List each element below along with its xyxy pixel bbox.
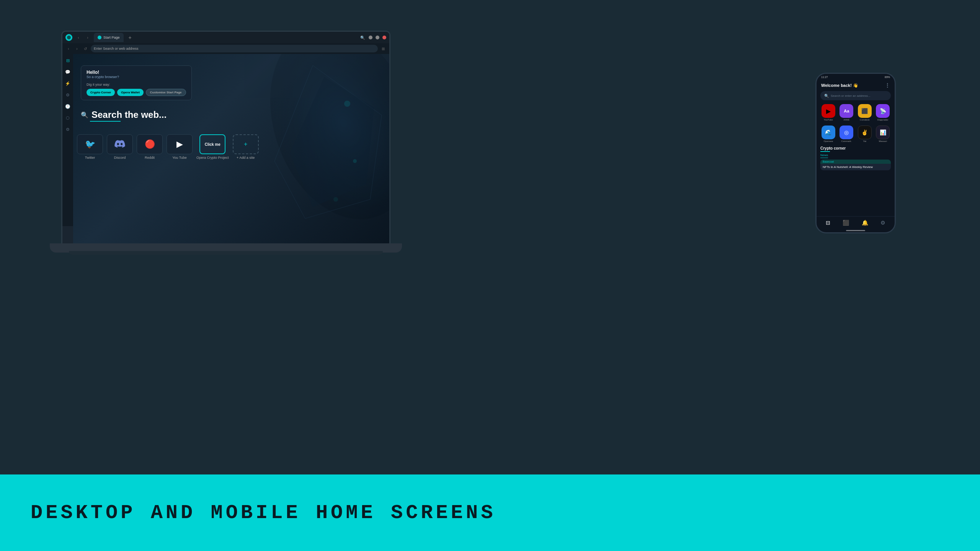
svg-point-1 — [344, 101, 350, 107]
crypto-corner-underline — [820, 151, 830, 152]
youtube-label: You Tube — [172, 156, 187, 160]
discord-label: Discord — [114, 156, 126, 160]
phone-news-card[interactable]: Basecoat NFTs In A Nutshell: A Weekly Re… — [820, 160, 891, 170]
opera-wallet-button[interactable]: Opera Wallet — [117, 89, 144, 96]
search-icon[interactable]: 🔍 — [359, 34, 366, 41]
bottom-bar: DESKTOP AND MOBILE HOME SCREENS — [0, 474, 980, 551]
phone-app-youtube[interactable]: ▶ YouTube — [820, 104, 836, 121]
dial-item-twitter[interactable]: 🐦 Twitter — [77, 134, 103, 160]
phone-app-comdesk[interactable]: ⬛ Comdesk — [857, 104, 873, 121]
address-text: Enter Search or web address — [94, 47, 139, 51]
maximize-button[interactable] — [376, 36, 379, 39]
phone-nav-tabs-icon[interactable]: ⬛ — [843, 220, 849, 226]
phone-bottom-nav: ⊟ ⬛ 🔔 ⚙ — [817, 216, 895, 229]
twitter-label: Twitter — [85, 156, 95, 160]
dial-item-opera-crypto[interactable]: Click me Opera Crypto Project — [196, 134, 229, 160]
news-tab[interactable]: News — [820, 153, 828, 158]
browser-content: Hello! So a crypto browser? Dig it your … — [73, 54, 389, 244]
dappradar-app-label: Dappradar — [877, 119, 888, 121]
bottom-bar-text: DESKTOP AND MOBILE HOME SCREENS — [31, 502, 496, 524]
phone-app-yat[interactable]: ✌ Yat — [857, 126, 873, 142]
phone-nav-bell-icon[interactable]: 🔔 — [862, 220, 868, 226]
messari-app-icon: 📊 — [876, 126, 890, 139]
back-button[interactable]: ‹ — [75, 34, 82, 41]
browser-chrome: ‹ › Start Page + 🔍 ‹ › ↺ — [62, 32, 389, 244]
dial-item-discord[interactable]: Discord — [107, 134, 133, 160]
sidebar-icons: ⊟ 💬 ⚡ ⚙ 🕐 ⬡ ⚙ — [62, 54, 73, 226]
nav-back[interactable]: ‹ — [65, 46, 72, 52]
tab-bar: ‹ › Start Page + 🔍 — [62, 32, 389, 43]
phone-app-aave[interactable]: Aa AAVE — [839, 104, 855, 121]
nav-forward[interactable]: › — [74, 46, 80, 52]
sidebar-home-icon[interactable]: ⊟ — [64, 57, 71, 64]
address-input[interactable]: Enter Search or web address — [91, 45, 378, 52]
laptop-wrapper: ‹ › Start Page + 🔍 ‹ › ↺ — [61, 31, 398, 283]
svg-point-2 — [353, 159, 357, 163]
news-card-title: NFTs In A Nutshell: A Weekly Review — [820, 164, 891, 170]
search-icon-big: 🔍 — [81, 111, 88, 119]
search-placeholder-text[interactable]: Search the web... — [91, 109, 167, 120]
comdesk-app-icon: ⬛ — [858, 104, 872, 118]
phone-nav-settings-icon[interactable]: ⚙ — [880, 220, 885, 226]
phone-time: 11:27 — [821, 76, 828, 78]
phone-apps-grid: ▶ YouTube Aa AAVE ⬛ Comdesk 📡 Dappradar — [817, 102, 895, 123]
reddit-label: Reddit — [145, 156, 155, 160]
crypto-corner-button[interactable]: Crypto Corner — [87, 89, 115, 96]
customize-button[interactable]: Customise Start Page — [146, 89, 186, 96]
address-bar: ‹ › ↺ Enter Search or web address ⊞ — [62, 43, 389, 54]
phone-app-dappradar[interactable]: 📡 Dappradar — [875, 104, 891, 121]
dial-item-reddit[interactable]: 🔴 Reddit — [137, 134, 163, 160]
phone-welcome: Welcome back! 👋 ⋮ — [817, 80, 895, 90]
sidebar-crypto-icon[interactable]: ⚡ — [64, 80, 71, 87]
add-site-button[interactable]: + + Add a site — [233, 134, 259, 160]
sidebar-gear-icon[interactable]: ⚙ — [64, 126, 71, 133]
crypto-corner-section-title: Crypto corner — [817, 145, 895, 151]
phone-battery: 89% — [885, 76, 890, 78]
hero-greeting: Hello! So a crypto browser? Dig it your … — [81, 65, 192, 100]
youtube-app-icon: ▶ — [822, 104, 835, 118]
phone-home-indicator — [846, 230, 865, 231]
forward-button[interactable]: › — [85, 34, 91, 41]
more-options-icon[interactable]: ⋮ — [885, 82, 890, 88]
add-site-icon: + — [233, 134, 259, 154]
search-area: 🔍 Search the web... — [81, 109, 382, 122]
action-buttons: Crypto Corner Opera Wallet Customise Sta… — [87, 89, 186, 96]
sidebar-messenger-icon[interactable]: 💬 — [64, 68, 71, 75]
opensea-app-label: Opensea — [824, 140, 833, 142]
comdesk-app-label: Comdesk — [860, 119, 869, 121]
phone-search[interactable]: 🔍 Search or enter an address... — [820, 91, 891, 100]
sidebar-cube-icon[interactable]: ⬡ — [64, 114, 71, 121]
sidebar-clock-icon[interactable]: 🕐 — [64, 103, 71, 110]
reload-button[interactable]: ↺ — [82, 46, 88, 52]
new-tab-button[interactable]: + — [127, 34, 134, 41]
opera-crypto-label: Opera Crypto Project — [196, 156, 229, 160]
sidebar-settings-icon[interactable]: ⚙ — [64, 91, 71, 98]
phone-app-opensea[interactable]: 🌊 Opensea — [820, 126, 836, 142]
extensions-icon[interactable]: ⊞ — [380, 46, 386, 52]
coinmark-app-icon: ◎ — [840, 126, 853, 139]
dig-label: Dig it your way: — [87, 83, 186, 86]
yat-app-icon: ✌ — [858, 126, 872, 139]
window-controls: 🔍 — [359, 34, 386, 41]
phone-nav-home-icon[interactable]: ⊟ — [826, 220, 830, 226]
active-tab[interactable]: Start Page — [94, 33, 124, 42]
dial-item-youtube[interactable]: ▶ You Tube — [167, 134, 193, 160]
dappradar-app-icon: 📡 — [876, 104, 890, 118]
close-button[interactable] — [382, 36, 386, 39]
opera-crypto-icon[interactable]: Click me — [199, 134, 225, 154]
search-bar: 🔍 Search the web... — [81, 109, 382, 120]
opera-logo — [65, 34, 72, 41]
messari-app-label: Messari — [879, 140, 887, 142]
welcome-text: Welcome back! 👋 — [821, 83, 858, 88]
search-underline — [90, 121, 121, 122]
discord-icon — [107, 134, 133, 154]
phone-app-messari[interactable]: 📊 Messari — [875, 126, 891, 142]
phone-app-coinmark[interactable]: ◎ Coinmark. — [839, 126, 855, 142]
minimize-button[interactable] — [369, 36, 372, 39]
tab-title: Start Page — [103, 36, 120, 39]
phone-wrapper: 11:27 89% Welcome back! 👋 ⋮ 🔍 Search or … — [815, 73, 896, 233]
yat-app-label: Yat — [863, 140, 866, 142]
add-site-label: + Add a site — [237, 156, 255, 160]
phone-apps-grid-2: 🌊 Opensea ◎ Coinmark. ✌ Yat 📊 Messari — [817, 123, 895, 145]
phone-status-bar: 11:27 89% — [817, 74, 895, 80]
